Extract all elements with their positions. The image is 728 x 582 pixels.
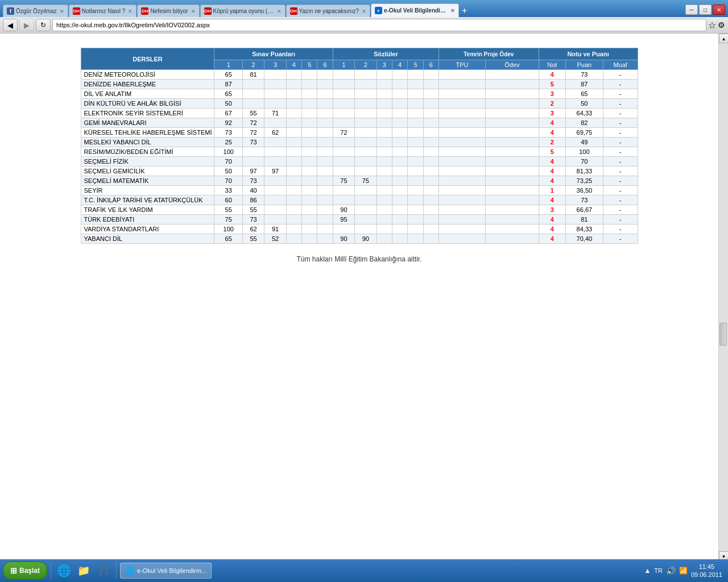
puan-cell: 82 [565, 118, 603, 128]
minimize-button[interactable]: ─ [685, 5, 698, 15]
ders-name-cell: KÜRESEL TEHLİKE HABERLEŞME SİSTEMİ [81, 128, 214, 138]
scroll-up-button[interactable]: ▲ [719, 34, 728, 43]
tray-up-icon[interactable]: ▲ [644, 567, 651, 575]
star-button[interactable]: ☆ [708, 20, 716, 31]
browser-toolbar: ◀ ▶ ↻ ☆ ⚙ [0, 17, 728, 34]
tab-dh4[interactable]: DH Yazın ne yapacaksınız? ✕ [286, 5, 370, 17]
puan-cell: 73 [565, 196, 603, 205]
tray-date: 09.06.2011 [691, 571, 722, 579]
taskbar: ⊞ Başlat 🌐 📁 🎵 🌐 e-Okul Veli Bilgilendir… [0, 559, 728, 582]
table-row: SEÇMELİ GEMİCİLİK509797481,33- [81, 167, 638, 176]
close-window-button[interactable]: ✕ [713, 5, 725, 15]
table-row: SEÇMELİ FİZİK70470- [81, 157, 638, 167]
puan-cell: 73,25 [565, 176, 603, 186]
sozlu-col-4: 4 [392, 60, 407, 70]
ders-name-cell: DİN KÜLTÜRÜ VE AHLÂK BİLGİSİ [81, 99, 214, 109]
taskbar-ie-icon[interactable]: 🌐 [55, 562, 73, 580]
scrollbar-vertical[interactable]: ▲ ▼ [718, 34, 728, 561]
puan-cell: 69,75 [565, 128, 603, 138]
table-row: VARDİYA STANDARTLARI1006291484,33- [81, 225, 638, 234]
table-row: DENİZDE HABERLEŞME87587- [81, 80, 638, 89]
taskbar-active-browser[interactable]: 🌐 e-Okul Veli Bilgilendirm... [120, 563, 212, 579]
dersler-header: DERSLER [81, 48, 214, 70]
table-row: TÜRK EDEBİYATI757395481- [81, 215, 638, 225]
ders-name-cell: DİL VE ANLATIM [81, 89, 214, 99]
puan-cell: 73 [565, 70, 603, 80]
tray-area: ▲ TR 🔊 📶 11:45 09.06.2011 [644, 563, 725, 579]
scroll-thumb[interactable] [719, 323, 727, 346]
sozlu-col-6: 6 [423, 60, 439, 70]
table-row: KÜRESEL TEHLİKE HABERLEŞME SİSTEMİ737262… [81, 128, 638, 138]
temrin-header: Temrin Proje Ödev [439, 48, 539, 60]
not-cell: 4 [539, 176, 565, 186]
not-col-header: Not [539, 60, 565, 70]
maximize-button[interactable]: □ [699, 5, 712, 15]
browser-content: DERSLER Sınav Puanları Sözlüler Temrin P… [0, 34, 718, 561]
tpu-col: TPU [439, 60, 485, 70]
new-tab-button[interactable]: + [460, 6, 469, 16]
tab-close[interactable]: ✕ [60, 9, 64, 14]
start-button[interactable]: ⊞ Başlat [3, 562, 47, 580]
tab-close-2[interactable]: ✕ [128, 9, 133, 14]
tab-close-3[interactable]: ✕ [191, 9, 196, 14]
tray-network-icon[interactable]: 📶 [679, 567, 688, 575]
puan-cell: 70,40 [565, 234, 603, 244]
not-cell: 2 [539, 138, 565, 147]
not-cell: 4 [539, 215, 565, 225]
grade-section: DERSLER Sınav Puanları Sözlüler Temrin P… [14, 48, 704, 244]
not-cell: 4 [539, 234, 565, 244]
sozlu-col-3: 3 [377, 60, 392, 70]
ders-name-cell: MESLEKİ YABANCI DİL [81, 138, 214, 147]
sozlu-header: Sözlüler [333, 48, 439, 60]
puan-col-header: Puan [565, 60, 603, 70]
muaf-col-header: Muaf [603, 60, 638, 70]
puan-cell: 84,33 [565, 225, 603, 234]
tab-close-6[interactable]: ✕ [450, 8, 455, 14]
tab-eokul-active[interactable]: e e-Okul Veli Bilgilendirm... ✕ [371, 3, 459, 17]
puan-cell: 70 [565, 157, 603, 167]
taskbar-media-icon[interactable]: 🎵 [94, 562, 113, 580]
tab-close-4[interactable]: ✕ [277, 9, 282, 14]
table-row: SEYİR3340136,50- [81, 186, 638, 196]
fb-icon: f [7, 7, 14, 15]
tray-lang: TR [654, 567, 663, 574]
puan-cell: 81 [565, 215, 603, 225]
not-cell: 3 [539, 205, 565, 215]
tray-volume-icon[interactable]: 🔊 [666, 566, 676, 575]
tray-time-date: 11:45 09.06.2011 [691, 563, 722, 579]
not-cell: 4 [539, 167, 565, 176]
back-button[interactable]: ◀ [3, 19, 18, 31]
puan-cell: 36,50 [565, 186, 603, 196]
sinav-col-6: 6 [317, 60, 333, 70]
table-row: RESİM/MÜZİK/BEDEN EĞİTİMİ1005100- [81, 147, 638, 157]
ders-name-cell: VARDİYA STANDARTLARI [81, 225, 214, 234]
refresh-button[interactable]: ↻ [36, 19, 51, 31]
eo-icon: e [375, 7, 382, 14]
sinav-col-5: 5 [302, 60, 317, 70]
address-bar[interactable] [52, 19, 706, 31]
dh-icon-1: DH [73, 7, 80, 15]
tools-button[interactable]: ⚙ [718, 20, 725, 30]
tab-dh2[interactable]: DH Nefesim bitiyor ✕ [137, 5, 199, 17]
table-row: DİN KÜLTÜRÜ VE AHLÂK BİLGİSİ50250- [81, 99, 638, 109]
tab-facebook[interactable]: f Özgür Özyılmaz ✕ [3, 5, 68, 17]
windows-icon: ⊞ [10, 566, 17, 575]
ders-name-cell: YABANCI DİL [81, 234, 214, 244]
puan-cell: 100 [565, 147, 603, 157]
sozlu-col-1: 1 [333, 60, 354, 70]
not-cell: 4 [539, 70, 565, 80]
not-cell: 4 [539, 128, 565, 138]
table-row: ELEKTRONİK SEYİR SİSTEMLERİ675571364,33- [81, 109, 638, 118]
tab-dh1[interactable]: DH Notlarınız Nasıl ? ✕ [69, 5, 137, 17]
forward-button[interactable]: ▶ [19, 19, 34, 31]
tab-close-5[interactable]: ✕ [362, 9, 366, 14]
table-row: DİL VE ANLATIM65365- [81, 89, 638, 99]
dh-icon-3: DH [204, 7, 212, 15]
table-row: GEMİ MANEVRALARI9272482- [81, 118, 638, 128]
grade-table: DERSLER Sınav Puanları Sözlüler Temrin P… [81, 48, 638, 244]
ders-name-cell: GEMİ MANEVRALARI [81, 118, 214, 128]
tab-dh3[interactable]: DH Köprü yapma oyunu (s... ✕ [200, 5, 286, 17]
taskbar-explorer-icon[interactable]: 📁 [75, 562, 93, 580]
not-cell: 3 [539, 89, 565, 99]
puan-cell: 81,33 [565, 167, 603, 176]
